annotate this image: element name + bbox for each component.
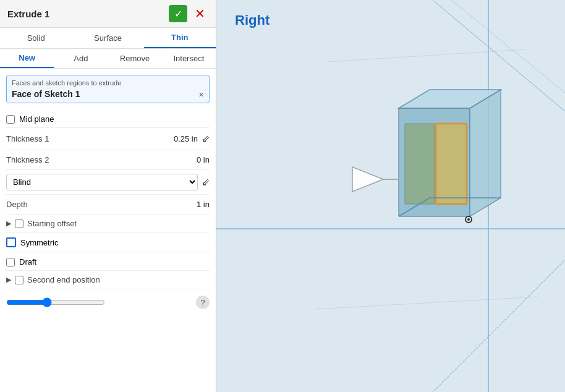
3d-scene [216, 0, 565, 392]
depth-row: Depth 1 in [6, 195, 210, 215]
draft-row: Draft [6, 252, 210, 271]
svg-marker-10 [352, 167, 383, 192]
depth-label: Depth [6, 200, 28, 209]
tab-thin[interactable]: Thin [144, 28, 216, 48]
confirm-button[interactable]: ✓ [169, 5, 187, 22]
thickness2-row: Thickness 2 0 in [6, 150, 210, 170]
slider-container [6, 297, 196, 307]
face-selector-label: Faces and sketch regions to extrude [12, 79, 204, 87]
cancel-button[interactable]: ✕ [191, 5, 208, 22]
type-tabs: Solid Surface Thin [0, 28, 216, 49]
face-clear-button[interactable]: × [198, 90, 204, 99]
svg-line-16 [328, 49, 525, 62]
mid-plane-label: Mid plane [19, 114, 54, 124]
depth-value: 1 in [197, 200, 210, 209]
thickness2-value: 0 in [197, 155, 210, 164]
second-end-label: Second end position [27, 275, 100, 284]
svg-rect-8 [436, 124, 467, 204]
svg-rect-9 [405, 124, 435, 204]
starting-offset-checkbox[interactable] [15, 219, 23, 228]
second-end-checkbox[interactable] [15, 276, 23, 284]
panel-header: Extrude 1 ✓ ✕ [0, 0, 216, 28]
operation-tabs: New Add Remove Intersect [0, 49, 216, 69]
thickness1-value: 0.25 in [174, 134, 198, 143]
svg-point-13 [467, 218, 470, 221]
svg-line-3 [451, 0, 565, 93]
blind-dropdown[interactable]: Blind Through All Up to Face Up to Verte… [6, 174, 198, 190]
slider-input[interactable] [6, 297, 105, 307]
second-end-expand-icon: ▶ [6, 276, 11, 284]
depth-value-group: 1 in [197, 200, 210, 209]
thickness1-arrow-icon[interactable]: ⇙ [202, 133, 210, 145]
thickness2-value-group: 0 in [197, 155, 210, 164]
symmetric-checkbox[interactable] [6, 237, 16, 247]
thickness1-row: Thickness 1 0.25 in ⇙ [6, 128, 210, 150]
extrude-panel: Extrude 1 ✓ ✕ Solid Surface Thin New Add… [0, 0, 216, 392]
slider-row: ? [6, 289, 210, 313]
mid-plane-row: Mid plane [6, 109, 210, 128]
starting-offset-row[interactable]: ▶ Starting offset [6, 215, 210, 233]
blind-arrow-icon[interactable]: ⇙ [202, 176, 210, 188]
starting-offset-label: Starting offset [27, 219, 77, 228]
svg-line-4 [433, 260, 565, 392]
svg-line-17 [315, 297, 538, 309]
tab-new[interactable]: New [0, 49, 54, 68]
panel-title: Extrude 1 [7, 9, 49, 19]
tab-intersect[interactable]: Intersect [162, 49, 216, 68]
tab-solid[interactable]: Solid [0, 28, 72, 48]
starting-offset-expand-icon: ▶ [6, 219, 11, 228]
header-buttons: ✓ ✕ [169, 5, 208, 22]
second-end-row[interactable]: ▶ Second end position [6, 271, 210, 289]
tab-remove[interactable]: Remove [108, 49, 162, 68]
thickness1-label: Thickness 1 [6, 134, 49, 143]
3d-viewport: Right [216, 0, 565, 392]
face-selector-value: Face of Sketch 1 × [12, 89, 204, 99]
form-section: Mid plane Thickness 1 0.25 in ⇙ Thicknes… [0, 107, 216, 392]
blind-row: Blind Through All Up to Face Up to Verte… [6, 170, 210, 195]
thickness1-value-group: 0.25 in ⇙ [174, 133, 210, 145]
symmetric-row: Symmetric [6, 233, 210, 252]
tab-add[interactable]: Add [54, 49, 108, 68]
draft-checkbox[interactable] [6, 258, 15, 266]
mid-plane-checkbox[interactable] [6, 115, 15, 124]
tab-surface[interactable]: Surface [72, 28, 143, 48]
thickness2-label: Thickness 2 [6, 155, 49, 164]
face-selector-box: Faces and sketch regions to extrude Face… [6, 75, 210, 103]
help-button[interactable]: ? [196, 296, 210, 309]
draft-label: Draft [19, 257, 36, 266]
symmetric-label: Symmetric [20, 238, 58, 247]
face-selector-text: Face of Sketch 1 [12, 89, 80, 99]
